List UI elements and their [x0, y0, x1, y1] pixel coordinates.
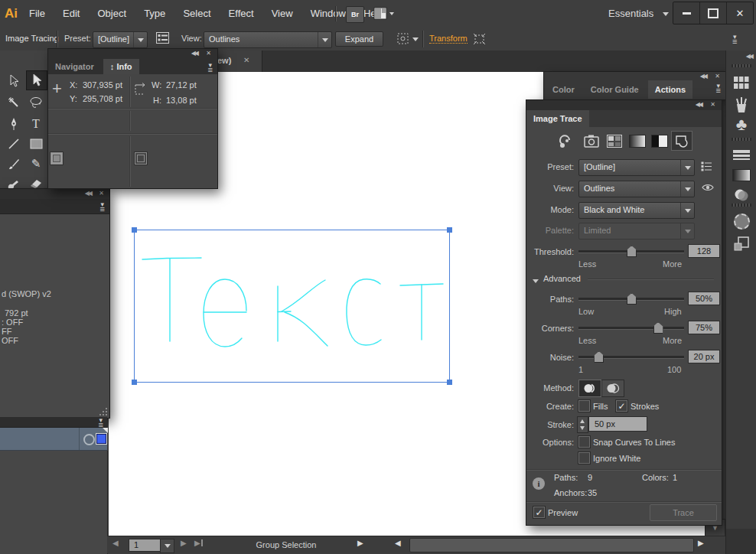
panel-menu-icon[interactable]: ▾≡ — [100, 202, 105, 211]
magic-wand-tool[interactable] — [4, 93, 24, 112]
menu-effect[interactable]: Effect — [221, 0, 262, 27]
slider-thumb[interactable] — [594, 351, 604, 363]
slider-thumb[interactable] — [627, 293, 637, 305]
panel-menu-icon[interactable]: ▾≡ — [99, 418, 103, 427]
corners-slider[interactable] — [578, 327, 684, 330]
close-button[interactable]: ✕ — [727, 2, 753, 24]
slider-thumb[interactable] — [653, 322, 663, 334]
grayscale-icon[interactable] — [629, 135, 646, 148]
tab-image-trace[interactable]: Image Trace — [526, 110, 589, 127]
slider-thumb[interactable] — [627, 246, 637, 257]
advanced-collapse-triangle[interactable] — [533, 275, 539, 285]
fills-checkbox[interactable]: ✓ — [578, 400, 590, 412]
tab-navigator[interactable]: Navigator — [48, 59, 101, 74]
last-artboard-icon[interactable]: ▶ — [194, 539, 203, 547]
preset-menu-icon[interactable] — [701, 161, 712, 173]
menu-view[interactable]: View — [264, 0, 301, 27]
symbols-panel-icon[interactable]: ♣ — [732, 115, 751, 135]
transform-link[interactable]: Transform — [429, 34, 468, 44]
arrange-documents-button[interactable] — [373, 7, 395, 22]
hscroll-right-icon[interactable]: ▶ — [698, 539, 704, 547]
expand-button[interactable]: Expand — [335, 31, 383, 47]
threshold-value[interactable]: 128 — [688, 244, 720, 258]
tab-info[interactable]: ↕ Info — [103, 59, 139, 74]
eye-icon[interactable] — [702, 183, 714, 194]
pencil-tool[interactable]: ✎ — [26, 155, 46, 173]
low-color-icon[interactable] — [607, 135, 622, 149]
swatches-panel-icon[interactable] — [732, 73, 751, 93]
pen-tool[interactable] — [4, 115, 24, 133]
appearance-panel-icon[interactable] — [732, 211, 751, 231]
menu-type[interactable]: Type — [136, 0, 173, 27]
menu-file[interactable]: File — [21, 0, 53, 27]
menu-edit[interactable]: Edit — [55, 0, 87, 27]
noise-value[interactable]: 20 px — [688, 350, 720, 363]
bridge-button[interactable]: Br — [346, 6, 364, 23]
collapse-icon[interactable]: ◀◀ — [700, 73, 706, 80]
high-color-icon[interactable] — [584, 135, 599, 149]
artboard-dropdown-button[interactable] — [160, 539, 174, 553]
tab-color-guide[interactable]: Color Guide — [584, 80, 646, 99]
snap-curves-checkbox[interactable]: ✓ — [578, 436, 590, 448]
chevron-down-icon[interactable] — [412, 37, 419, 41]
close-icon[interactable]: ✕ — [715, 73, 720, 80]
gradient-panel-icon[interactable] — [732, 165, 751, 185]
collapse-icon[interactable]: ◀◀ — [85, 190, 91, 197]
selection-tool[interactable] — [4, 72, 24, 90]
stroke-panel-icon[interactable] — [732, 145, 751, 165]
auto-color-icon[interactable] — [557, 134, 574, 151]
type-tool[interactable]: T — [26, 115, 46, 133]
isolate-selected-button[interactable] — [397, 33, 409, 47]
dock-grip[interactable] — [732, 138, 751, 141]
dock-grip[interactable] — [732, 204, 751, 207]
tab-actions[interactable]: Actions — [648, 80, 692, 99]
line-segment-tool[interactable] — [4, 135, 24, 153]
tab-color[interactable]: Color — [546, 80, 582, 99]
close-icon[interactable]: ✕ — [206, 50, 211, 57]
rectangle-tool[interactable] — [26, 135, 46, 153]
minimize-button[interactable] — [673, 2, 700, 24]
status-text[interactable]: Group Selection — [207, 540, 366, 549]
image-trace-panel-toggle[interactable] — [156, 32, 169, 45]
close-icon[interactable]: ✕ — [99, 190, 104, 197]
bounding-box-button[interactable] — [473, 33, 486, 47]
paths-slider[interactable] — [578, 298, 684, 301]
graphic-styles-panel-icon[interactable] — [732, 234, 751, 254]
lasso-tool[interactable] — [26, 93, 46, 112]
fill-swatch[interactable] — [51, 152, 63, 165]
paintbrush-tool[interactable] — [4, 155, 24, 173]
paths-value[interactable]: 50% — [688, 292, 720, 305]
stroke-value-field[interactable]: 50 px — [588, 416, 647, 432]
layer-row-selected[interactable] — [0, 428, 107, 451]
collapse-icon[interactable]: ◀◀ — [696, 101, 702, 108]
next-artboard-icon[interactable]: ▶ — [181, 539, 187, 547]
menu-select[interactable]: Select — [175, 0, 218, 27]
preset-dropdown[interactable]: [Outline] — [578, 159, 695, 176]
layer-selection-swatch[interactable] — [96, 434, 106, 444]
stroke-swatch[interactable] — [135, 152, 147, 165]
black-white-icon[interactable] — [651, 135, 668, 148]
view-dropdown[interactable]: Outlines — [204, 31, 332, 48]
hscroll-left-icon[interactable]: ◀ — [395, 539, 401, 547]
layer-target-icon[interactable] — [83, 434, 95, 445]
view-dropdown[interactable]: Outlines — [578, 181, 695, 197]
stroke-stepper[interactable] — [577, 416, 588, 433]
hscroll-thumb[interactable] — [409, 538, 694, 552]
strokes-checkbox[interactable]: ✓ — [616, 400, 627, 412]
panel-menu-icon[interactable]: ▾≡ — [732, 34, 737, 44]
panel-menu-icon[interactable]: ▾≡ — [208, 63, 213, 72]
preview-checkbox[interactable]: ✓ — [533, 507, 545, 518]
method-overlapping-button[interactable] — [601, 380, 624, 397]
transparency-panel-icon[interactable] — [732, 185, 751, 205]
workspace-switcher[interactable]: Essentials — [608, 0, 669, 27]
close-icon[interactable]: ✕ — [710, 101, 715, 108]
direct-selection-tool[interactable] — [26, 70, 47, 90]
ignore-white-checkbox[interactable]: ✓ — [578, 452, 590, 464]
collapse-icon[interactable]: ◀◀ — [191, 50, 197, 57]
mode-dropdown[interactable]: Black and White — [578, 202, 695, 219]
method-abutting-button-selected[interactable] — [578, 380, 601, 397]
preset-dropdown[interactable]: [Outline] — [93, 31, 148, 48]
status-next-icon[interactable]: ▶ — [357, 539, 363, 547]
maximize-button[interactable] — [700, 2, 727, 24]
tab-close-icon[interactable]: ✕ — [243, 56, 249, 64]
